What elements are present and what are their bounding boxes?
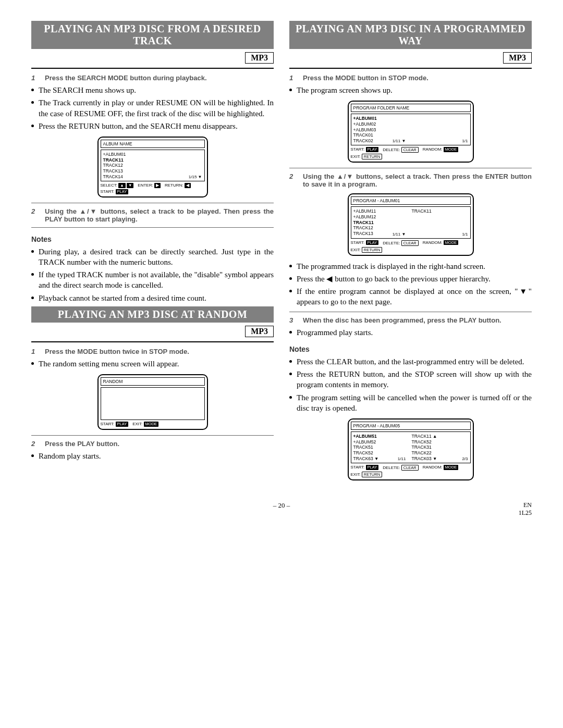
notes-heading: Notes bbox=[289, 345, 532, 353]
step-2: 2 Press the PLAY button. bbox=[31, 440, 274, 448]
down-icon: ▼ bbox=[127, 183, 133, 188]
osd-program-folder: PROGRAM FOLDER NAME +ALBUM01 +ALBUM02 +A… bbox=[348, 101, 474, 163]
play-badge: PLAY bbox=[116, 189, 129, 194]
divider bbox=[31, 68, 274, 69]
osd-title: ALBUM NAME bbox=[103, 141, 202, 146]
osd-program-album01: PROGRAM - ALBUM01 +ALBUM11 +ALBUM12 TRAC… bbox=[348, 193, 474, 255]
step-2: 2 Using the ▲/▼ buttons, select a track … bbox=[31, 207, 274, 223]
osd-random: RANDOM START: PLAY EXIT: MODE bbox=[97, 374, 208, 430]
osd-search-menu: ALBUM NAME +ALBUM01 TRACK11 TRACK12 TRAC… bbox=[97, 137, 208, 198]
mp3-badge: MP3 bbox=[245, 326, 274, 337]
bullet: Press the RETURN button, and the SEARCH … bbox=[31, 121, 274, 131]
page-footer: – 20 – EN 1L25 bbox=[31, 501, 532, 510]
osd-footer: SELECT: ▲ ▼ ENTER: ▶ RETURN: ◀ START: PL… bbox=[101, 183, 205, 194]
step-1: 1 Press the MODE button twice in STOP mo… bbox=[31, 348, 274, 355]
up-icon: ▲ bbox=[118, 183, 125, 188]
enter-icon: ▶ bbox=[154, 183, 161, 188]
notes-list: During play, a desired track can be dire… bbox=[31, 246, 274, 303]
step-text: Press the SEARCH MODE button during play… bbox=[45, 74, 207, 82]
step-1: 1 Press the MODE button in STOP mode. bbox=[289, 74, 532, 82]
bullet: The SEARCH menu shows up. bbox=[31, 85, 274, 95]
return-icon: ◀ bbox=[185, 183, 191, 188]
page-number: – 20 – bbox=[31, 501, 532, 510]
step-3: 3 When the disc has been programmed, pre… bbox=[289, 316, 532, 324]
bullet: The Track currently in play or under RES… bbox=[31, 97, 274, 119]
left-column: PLAYING AN MP3 DISC FROM A DESIRED TRACK… bbox=[31, 21, 274, 486]
step-1: 1 Press the SEARCH MODE button during pl… bbox=[31, 74, 274, 82]
footer-lang: EN bbox=[519, 501, 532, 509]
footer-code: 1L25 bbox=[519, 509, 532, 517]
section-header-desired-track: PLAYING AN MP3 DISC FROM A DESIRED TRACK bbox=[31, 21, 274, 49]
notes-heading: Notes bbox=[31, 235, 274, 243]
section-header-programmed: PLAYING AN MP3 DISC IN A PROGRAMMED WAY bbox=[289, 21, 532, 49]
mp3-badge: MP3 bbox=[503, 52, 532, 64]
bullet-list: The SEARCH menu shows up. The Track curr… bbox=[31, 85, 274, 131]
section-header-random: PLAYING AN MP3 DISC AT RANDOM bbox=[31, 306, 274, 323]
osd-program-album05: PROGRAM - ALBUM05 +ALBUM51 +ALBUM52 TRAC… bbox=[348, 418, 474, 480]
step-2: 2 Using the ▲/▼ buttons, select a track.… bbox=[289, 172, 532, 188]
mp3-badge: MP3 bbox=[245, 52, 274, 64]
step-number: 1 bbox=[31, 74, 40, 82]
osd-pager: 1/15 ▼ bbox=[189, 175, 202, 180]
right-column: PLAYING AN MP3 DISC IN A PROGRAMMED WAY … bbox=[289, 21, 532, 486]
